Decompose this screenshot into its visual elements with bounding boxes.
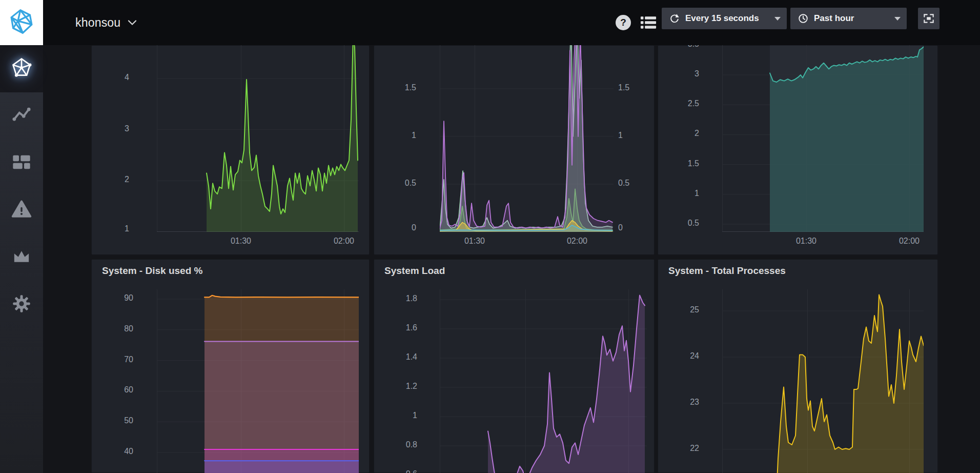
y-axis-label: 40 (92, 447, 133, 456)
y-axis-label: 1 (658, 189, 699, 198)
sidebar (0, 45, 43, 473)
panel-title-total-processes[interactable]: System - Total Processes (668, 265, 786, 277)
y-axis-label: 80 (92, 324, 133, 333)
chevron-down-icon (128, 19, 137, 26)
y-axis-label: 1.5 (375, 83, 416, 92)
y-axis-label: 24 (658, 351, 699, 361)
y-axis-label: 90 (92, 293, 133, 303)
tv-kiosk-icon (922, 12, 935, 25)
y-axis-label: 60 (92, 385, 133, 395)
y-axis-label: 1 (88, 224, 129, 233)
grafana-dashboard-app: System - Disk used % System Load System … (0, 0, 980, 473)
chart-top-right[interactable] (722, 45, 924, 232)
crown-icon (11, 246, 32, 269)
top-bar: khonsou ? Every 15 seconds (0, 0, 980, 45)
refresh-icon (669, 13, 680, 24)
help-button[interactable]: ? (616, 15, 631, 30)
chart-top-middle[interactable] (440, 45, 614, 232)
y-axis-label-right: 1.5 (618, 83, 659, 92)
app-logo[interactable] (0, 0, 43, 45)
y-axis-label: 2 (658, 129, 699, 138)
y-axis-label: 1.6 (376, 323, 417, 332)
sidebar-item-graphs[interactable] (0, 92, 43, 140)
y-axis-label: 0.6 (376, 469, 417, 473)
y-axis-label: 70 (92, 355, 133, 364)
polyhedron-icon (10, 56, 33, 81)
x-axis-label: 02:00 (554, 236, 600, 246)
x-axis-label: 01:30 (452, 236, 498, 246)
y-axis-label: 25 (658, 305, 699, 314)
y-axis-label: 3 (658, 69, 699, 78)
kiosk-mode-button[interactable] (918, 8, 940, 29)
y-axis-label: 3 (88, 124, 129, 133)
x-axis-label: 02:00 (321, 236, 367, 246)
y-axis-label-right: 0.5 (618, 179, 659, 188)
time-range-button[interactable]: Past hour (790, 8, 907, 29)
rows-list-icon (640, 16, 657, 29)
x-axis-label: 02:00 (886, 236, 932, 246)
dashboard: System - Disk used % System Load System … (0, 0, 980, 473)
y-axis-label: 0 (375, 223, 416, 232)
warning-icon (11, 199, 32, 222)
refresh-interval-button[interactable]: Every 15 seconds (662, 8, 787, 29)
y-axis-label: 2.5 (658, 99, 699, 108)
y-axis-label: 50 (92, 416, 133, 425)
y-axis-label: 1.8 (376, 294, 417, 303)
view-mode-button[interactable] (640, 16, 657, 29)
chart-system-load[interactable] (440, 289, 647, 473)
y-axis-label: 23 (658, 398, 699, 407)
y-axis-label: 0.5 (375, 179, 416, 188)
y-axis-label: 22 (658, 444, 699, 453)
y-axis-label: 1 (375, 131, 416, 140)
chart-disk-used[interactable] (157, 289, 359, 473)
help-question-icon: ? (620, 17, 626, 28)
y-axis-label: 2 (88, 175, 129, 184)
sidebar-item-alerts[interactable] (0, 187, 43, 234)
y-axis-label-right: 1 (618, 131, 659, 140)
panel-title-system-load[interactable]: System Load (384, 265, 445, 277)
caret-down-icon (774, 17, 781, 21)
sidebar-item-settings[interactable] (0, 281, 43, 328)
x-axis-label: 01:30 (783, 236, 829, 246)
y-axis-label: 0.5 (658, 219, 699, 228)
chart-top-left[interactable] (157, 45, 359, 232)
chart-total-processes[interactable] (722, 289, 924, 473)
y-axis-label: 1.4 (376, 352, 417, 362)
dashboard-title-dropdown[interactable]: khonsou (75, 0, 137, 45)
y-axis-label: 1 (376, 411, 417, 420)
timeline-icon (11, 105, 32, 127)
time-range-label: Past hour (814, 13, 854, 24)
clock-icon (798, 13, 809, 24)
y-axis-label: 1.5 (658, 159, 699, 168)
logo-polyhedron-icon (7, 7, 36, 38)
chart-disk-used-series-orange (205, 295, 359, 298)
gear-icon (11, 293, 32, 316)
sidebar-item-admin[interactable] (0, 234, 43, 281)
caret-down-icon (894, 17, 901, 21)
sidebar-item-home[interactable] (0, 45, 43, 92)
panel-title-disk-used[interactable]: System - Disk used % (102, 265, 202, 277)
refresh-interval-label: Every 15 seconds (685, 13, 759, 24)
y-axis-label: 0.8 (376, 440, 417, 449)
blocks-icon (11, 152, 32, 174)
dashboard-title: khonsou (75, 16, 120, 30)
x-axis-label: 01:30 (218, 236, 264, 246)
sidebar-item-dashboards[interactable] (0, 140, 43, 187)
y-axis-label: 4 (88, 73, 129, 82)
y-axis-label-right: 0 (618, 223, 659, 232)
y-axis-label: 1.2 (376, 382, 417, 391)
